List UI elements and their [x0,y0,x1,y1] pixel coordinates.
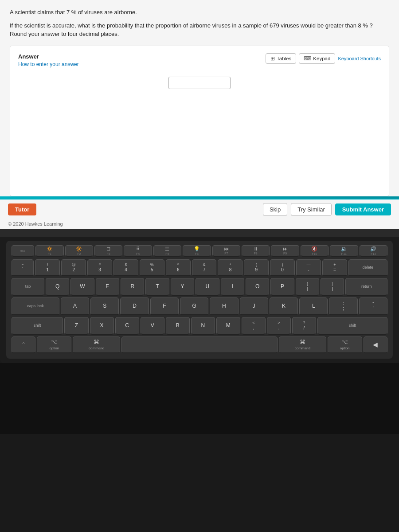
key-7[interactable]: & 7 [192,259,217,276]
key-d[interactable]: D [120,297,149,315]
content-area: A scientist claims that 7 % of viruses a… [0,0,399,196]
key-esc[interactable]: esc [12,245,34,257]
key-equals[interactable]: + = [322,259,347,276]
key-tab[interactable]: tab [12,278,44,296]
key-l[interactable]: L [299,297,328,315]
key-shift-left[interactable]: shift [12,317,63,335]
asdf-row: caps lock A S D F G H J K L : ; " ' [12,297,387,315]
keypad-button[interactable]: ⌨ Keypad [299,53,335,64]
key-k[interactable]: K [270,297,298,315]
key-command-right[interactable]: ⌘ command [279,336,326,353]
key-t[interactable]: T [145,278,169,296]
bottom-bar: Tutor Skip Try Similar Submit Answer [0,199,399,219]
keyboard-container: esc 🔅 F1 🔆 F2 ⊟ F3 ⠿ F4 ☰ F5 [0,237,399,363]
key-f5[interactable]: ☰ F5 [153,245,181,257]
qwerty-row: tab Q W E R T Y U I O P { [ } ] return [12,278,387,296]
key-f9[interactable]: ⏭ F9 [271,245,299,257]
tutor-button[interactable]: Tutor [8,203,36,215]
key-v[interactable]: V [141,317,164,335]
key-4[interactable]: $ 4 [113,259,138,276]
key-option-right[interactable]: ⌥ option [328,336,362,353]
key-f4[interactable]: ⠿ F4 [124,245,152,257]
key-i[interactable]: I [221,278,244,296]
keyboard-shortcuts-link[interactable]: Keyboard Shortcuts [338,56,381,61]
key-u[interactable]: U [196,278,219,296]
number-row: ~ ` ! 1 @ 2 # 3 $ 4 % 5 [12,259,387,276]
question-line2: If the scientist is accurate, what is th… [10,21,389,39]
key-f[interactable]: F [150,297,179,315]
key-bracket-right[interactable]: } ] [321,278,344,296]
key-f3[interactable]: ⊟ F3 [94,245,122,257]
key-0[interactable]: ) 0 [270,259,295,276]
key-w[interactable]: W [70,278,94,296]
key-caps-lock[interactable]: caps lock [12,297,59,315]
key-delete[interactable]: delete [348,259,387,276]
key-f10[interactable]: 🔇 F10 [301,245,329,257]
key-return[interactable]: return [345,278,387,296]
key-n[interactable]: N [191,317,215,335]
key-g[interactable]: G [180,297,208,315]
key-8[interactable]: * 8 [218,259,243,276]
key-fn-bottom[interactable]: ⌃ [12,336,35,353]
answer-input[interactable] [168,77,231,89]
try-similar-button[interactable]: Try Similar [291,203,332,216]
key-h[interactable]: H [210,297,238,315]
key-5[interactable]: % 5 [140,259,164,276]
answer-label-block: Answer How to enter your answer [18,53,79,68]
bottom-dark-area [0,363,399,434]
key-option-left[interactable]: ⌥ option [37,336,71,353]
skip-button[interactable]: Skip [263,203,287,216]
key-semicolon[interactable]: : ; [329,297,357,315]
key-z[interactable]: Z [64,317,88,335]
key-slash[interactable]: ? / [292,317,316,335]
key-comma[interactable]: < , [242,317,266,335]
key-shift-right[interactable]: shift [317,317,387,335]
key-command-left[interactable]: ⌘ command [73,336,120,353]
key-j[interactable]: J [240,297,268,315]
key-period[interactable]: > . [267,317,291,335]
key-f7[interactable]: ⏮ F7 [212,245,240,257]
key-f6[interactable]: 💡 F6 [183,245,211,257]
key-r[interactable]: R [121,278,144,296]
key-3[interactable]: # 3 [87,259,112,276]
key-c[interactable]: C [115,317,139,335]
key-m[interactable]: M [216,317,240,335]
question-line1: A scientist claims that 7 % of viruses a… [10,8,389,17]
key-f2[interactable]: 🔆 F2 [65,245,93,257]
answer-header: Answer How to enter your answer ⊞ Tables… [18,53,381,68]
key-bracket-left[interactable]: { [ [296,278,319,296]
laptop-bezel [0,229,399,237]
answer-label: Answer [18,53,79,60]
key-e[interactable]: E [96,278,119,296]
key-arrow-left[interactable]: ◀ [364,336,387,353]
key-2[interactable]: @ 2 [61,259,86,276]
submit-answer-button[interactable]: Submit Answer [335,203,391,215]
key-space[interactable] [121,336,278,353]
key-1[interactable]: ! 1 [35,259,60,276]
bottom-row: ⌃ ⌥ option ⌘ command ⌘ command ⌥ option [12,336,387,353]
keypad-icon: ⌨ [304,55,311,62]
key-f12[interactable]: 🔊 F12 [360,245,387,257]
key-q[interactable]: Q [46,278,69,296]
key-9[interactable]: ( 9 [244,259,269,276]
key-b[interactable]: B [166,317,190,335]
key-y[interactable]: Y [171,278,194,296]
key-backtick[interactable]: ~ ` [12,259,34,276]
answer-input-wrapper [18,77,381,98]
fn-row: esc 🔅 F1 🔆 F2 ⊟ F3 ⠿ F4 ☰ F5 [12,245,387,257]
key-s[interactable]: S [90,297,119,315]
zxcv-row: shift Z X C V B N M < , > . ? / shift [12,317,387,335]
key-minus[interactable]: — - [296,259,321,276]
key-f1[interactable]: 🔅 F1 [35,245,63,257]
key-6[interactable]: ^ 6 [166,259,191,276]
key-p[interactable]: P [270,278,294,296]
action-buttons: Skip Try Similar Submit Answer [263,203,391,216]
key-a[interactable]: A [61,297,89,315]
key-o[interactable]: O [246,278,269,296]
key-f11[interactable]: 🔉 F11 [330,245,358,257]
key-f8[interactable]: ⏸ F8 [242,245,270,257]
key-x[interactable]: X [90,317,114,335]
how-to-link[interactable]: How to enter your answer [18,61,79,67]
key-quote[interactable]: " ' [359,297,387,315]
tables-button[interactable]: ⊞ Tables [266,53,296,64]
